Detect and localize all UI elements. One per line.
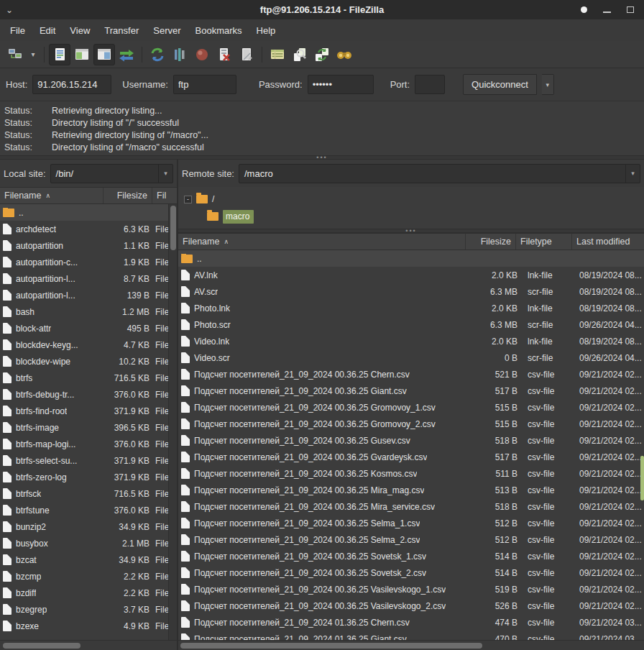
local-tree-toggle-button[interactable] (71, 44, 93, 65)
table-row[interactable]: blockdev-wipe 10.2 KB File (0, 353, 177, 370)
site-manager-button[interactable] (4, 44, 26, 65)
remote-site-combo[interactable]: /macro ▾ (239, 164, 640, 183)
table-row[interactable]: AV.lnk 2.0 KB lnk-file 08/19/2024 08... (178, 267, 644, 283)
host-input[interactable] (32, 75, 111, 94)
disconnect-button[interactable] (213, 44, 235, 65)
table-row[interactable]: btrfstune 376.0 KB File (0, 502, 177, 518)
window-menu-chevron-icon[interactable]: ⌄ (0, 5, 19, 15)
table-row[interactable]: Подсчет посетителей_21_09_2024 00.36.25 … (178, 432, 644, 449)
table-row[interactable]: Подсчет посетителей_21_09_2024 00.36.25 … (178, 366, 644, 383)
local-horizontal-scrollbar[interactable] (0, 640, 177, 650)
local-site-combo[interactable]: /bin/ ▾ (50, 164, 173, 183)
table-row[interactable]: bzexe 4.9 KB File (0, 618, 177, 634)
table-row[interactable]: autopartition-l... 139 B File (0, 287, 177, 303)
quickconnect-dropdown[interactable]: ▾ (542, 74, 554, 95)
remote-col-filetype[interactable]: Filetype (516, 234, 572, 250)
table-row[interactable]: btrfs 716.5 KB File (0, 370, 177, 386)
menu-edit[interactable]: Edit (32, 22, 63, 39)
table-row[interactable]: Подсчет посетителей_21_09_2024 00.36.25 … (178, 515, 644, 531)
menu-bookmarks[interactable]: Bookmarks (188, 22, 249, 39)
compare-files-button[interactable] (289, 44, 310, 65)
menu-view[interactable]: View (63, 22, 97, 39)
menu-server[interactable]: Server (146, 22, 188, 39)
table-row[interactable]: Подсчет посетителей_21_09_2024 01.36.25 … (178, 631, 644, 640)
tree-collapse-icon[interactable]: - (184, 196, 192, 203)
table-row[interactable]: btrfs-map-logi... 376.0 KB File (0, 436, 177, 452)
local-hscroll-thumb[interactable] (3, 643, 80, 649)
remote-directory-tree[interactable]: - / macro (178, 187, 644, 229)
table-row[interactable]: Подсчет посетителей_21_09_2024 00.36.25 … (178, 581, 644, 598)
menu-file[interactable]: File (3, 22, 32, 39)
table-row[interactable]: Подсчет посетителей_21_09_2024 00.36.25 … (178, 482, 644, 498)
site-manager-dropdown[interactable]: ▾ (27, 44, 40, 65)
table-row[interactable]: bzcat 34.9 KB File (0, 551, 177, 568)
table-row[interactable]: Подсчет посетителей_21_09_2024 01.36.25 … (178, 614, 644, 631)
table-row[interactable]: btrfsck 716.5 KB File (0, 485, 177, 502)
table-row[interactable]: Подсчет посетителей_21_09_2024 00.36.25 … (178, 564, 644, 581)
table-row[interactable]: Video.scr 0 B scr-file 09/26/2024 04... (178, 349, 644, 366)
maximize-button[interactable] (627, 6, 634, 13)
table-row[interactable]: Подсчет посетителей_21_09_2024 00.36.25 … (178, 465, 644, 482)
port-input[interactable] (415, 75, 445, 94)
table-row[interactable]: btrfs-find-root 371.9 KB File (0, 403, 177, 419)
table-row[interactable]: autopartition-c... 1.9 KB File (0, 254, 177, 270)
minimize-button[interactable] (603, 12, 611, 13)
table-row[interactable]: autopartition 1.1 KB File (0, 237, 177, 254)
table-row[interactable]: bunzip2 34.9 KB File (0, 518, 177, 535)
transfer-queue-toggle-button[interactable] (116, 44, 137, 65)
table-row[interactable]: autopartition-l... 8.7 KB File (0, 270, 177, 287)
refresh-button[interactable] (147, 44, 168, 65)
directory-listing-filters-button[interactable] (267, 44, 288, 65)
quickconnect-button[interactable]: Quickconnect (463, 74, 537, 95)
find-files-button[interactable] (334, 44, 355, 65)
table-row[interactable]: bash 1.2 MB File (0, 303, 177, 320)
local-col-filetype[interactable]: Fil (152, 188, 177, 203)
table-row[interactable]: Подсчет посетителей_21_09_2024 00.36.25 … (178, 399, 644, 416)
remote-file-list[interactable]: .. AV.lnk 2.0 KB lnk-file 08/19/2024 08.… (178, 250, 644, 640)
table-row[interactable]: btrfs-debug-tr... 376.0 KB File (0, 386, 177, 403)
table-row[interactable]: AV.scr 6.3 MB scr-file 08/19/2024 08... (178, 283, 644, 300)
remote-col-lastmodified[interactable]: Last modified (572, 234, 644, 250)
table-row[interactable]: bzcmp 2.2 KB File (0, 568, 177, 585)
remote-col-filesize[interactable]: Filesize (466, 234, 516, 250)
window-dot-icon[interactable] (581, 6, 587, 13)
local-vscroll-thumb[interactable] (170, 206, 176, 250)
table-row[interactable]: btrfs-image 396.5 KB File (0, 419, 177, 436)
table-row[interactable]: Подсчет посетителей_21_09_2024 00.36.25 … (178, 416, 644, 432)
titlebar[interactable]: ⌄ ftp@91.206.15.214 - FileZilla (0, 0, 644, 19)
local-file-list[interactable]: .. archdetect 6.3 KB File autopartition … (0, 204, 177, 640)
table-row[interactable]: bzegrep 3.7 KB File (0, 601, 177, 618)
local-col-filesize[interactable]: Filesize (104, 188, 152, 203)
table-row[interactable]: .. (0, 204, 177, 221)
table-row[interactable]: Подсчет посетителей_21_09_2024 00.36.25 … (178, 449, 644, 465)
remote-col-filename[interactable]: Filename ∧ (178, 234, 466, 250)
message-log-toggle-button[interactable] (49, 44, 70, 65)
tree-item-macro[interactable]: macro (178, 208, 644, 225)
cancel-button[interactable] (191, 44, 213, 65)
table-row[interactable]: btrfs-select-su... 371.9 KB File (0, 452, 177, 469)
table-row[interactable]: archdetect 6.3 KB File (0, 221, 177, 237)
table-row[interactable]: bzdiff 2.2 KB File (0, 585, 177, 601)
table-row[interactable]: Подсчет посетителей_21_09_2024 00.36.25 … (178, 531, 644, 548)
menu-help[interactable]: Help (249, 22, 283, 39)
local-vertical-scrollbar[interactable] (168, 204, 177, 640)
table-row[interactable]: Подсчет посетителей_21_09_2024 00.36.25 … (178, 498, 644, 515)
remote-vscroll-thumb[interactable] (640, 456, 644, 500)
tree-item-root[interactable]: - / (178, 191, 644, 208)
message-log[interactable]: Status:Retrieving directory listing...St… (0, 101, 644, 155)
username-input[interactable] (173, 75, 236, 94)
table-row[interactable]: Photo.scr 6.3 MB scr-file 09/26/2024 04.… (178, 316, 644, 333)
remote-hscroll-thumb[interactable] (180, 643, 482, 649)
table-row[interactable]: Подсчет посетителей_21_09_2024 00.36.25 … (178, 383, 644, 399)
table-row[interactable]: blockdev-keyg... 4.7 KB File (0, 337, 177, 353)
table-row[interactable]: Photo.lnk 2.0 KB lnk-file 08/19/2024 08.… (178, 300, 644, 316)
remote-horizontal-scrollbar[interactable] (178, 640, 644, 650)
reconnect-button[interactable] (236, 44, 257, 65)
table-row[interactable]: .. (178, 250, 644, 267)
process-queue-button[interactable] (169, 44, 190, 65)
table-row[interactable]: Подсчет посетителей_21_09_2024 00.36.25 … (178, 598, 644, 614)
synchronized-browsing-button[interactable] (311, 44, 333, 65)
table-row[interactable]: btrfs-zero-log 371.9 KB File (0, 469, 177, 485)
table-row[interactable]: Подсчет посетителей_21_09_2024 00.36.25 … (178, 548, 644, 564)
password-input[interactable] (308, 75, 374, 94)
